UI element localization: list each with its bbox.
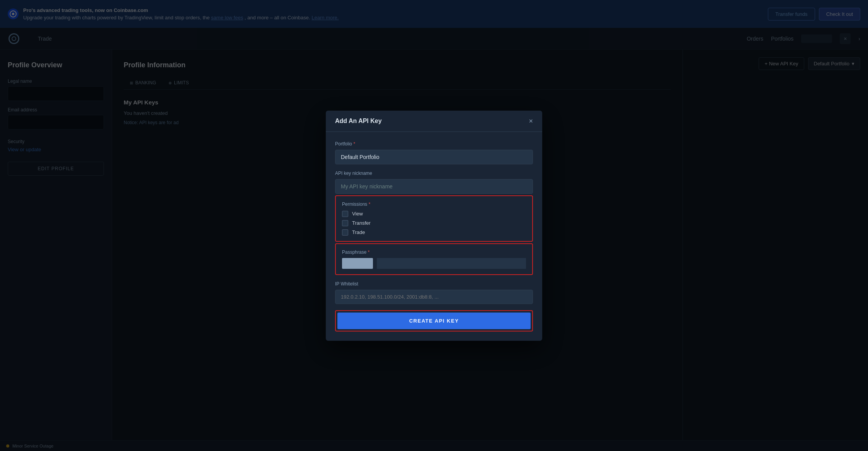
- ip-whitelist-label: IP Whitelist: [335, 281, 533, 287]
- permission-trade-label: Trade: [352, 229, 365, 235]
- permission-view-checkbox[interactable]: [342, 211, 348, 217]
- modal-title: Add An API Key: [335, 118, 382, 125]
- portfolio-required-star: *: [353, 141, 355, 147]
- ip-whitelist-input[interactable]: [335, 290, 533, 304]
- permission-transfer-checkbox[interactable]: [342, 220, 348, 226]
- add-api-key-modal: Add An API Key × Portfolio * Default Por…: [326, 111, 542, 341]
- nickname-label: API key nickname: [335, 171, 533, 176]
- create-api-key-button[interactable]: CREATE API KEY: [337, 313, 531, 329]
- permissions-box: Permissions * View Transfer Trade: [335, 195, 533, 242]
- modal-overlay[interactable]: Add An API Key × Portfolio * Default Por…: [0, 0, 868, 451]
- passphrase-hidden-field[interactable]: [377, 258, 526, 269]
- create-btn-wrapper: CREATE API KEY: [335, 310, 533, 331]
- permissions-label: Permissions *: [342, 202, 526, 207]
- nickname-input[interactable]: [335, 179, 533, 194]
- permission-transfer-row: Transfer: [342, 220, 526, 226]
- passphrase-box: Passphrase *: [335, 243, 533, 275]
- permission-transfer-label: Transfer: [352, 220, 371, 226]
- passphrase-required-star: *: [368, 249, 370, 255]
- permission-view-row: View: [342, 211, 526, 217]
- passphrase-visible-field[interactable]: [342, 258, 373, 269]
- permission-trade-checkbox[interactable]: [342, 229, 348, 236]
- portfolio-select-value: Default Portfolio: [341, 154, 380, 160]
- permissions-required-star: *: [369, 202, 371, 207]
- modal-close-button[interactable]: ×: [529, 118, 533, 125]
- portfolio-field-label: Portfolio *: [335, 141, 533, 147]
- portfolio-select[interactable]: Default Portfolio: [335, 150, 533, 164]
- modal-header: Add An API Key ×: [326, 111, 542, 132]
- passphrase-inner: [342, 258, 526, 269]
- permission-trade-row: Trade: [342, 229, 526, 236]
- modal-body: Portfolio * Default Portfolio API key ni…: [326, 132, 542, 341]
- permission-view-label: View: [352, 211, 363, 217]
- passphrase-label: Passphrase *: [342, 249, 526, 255]
